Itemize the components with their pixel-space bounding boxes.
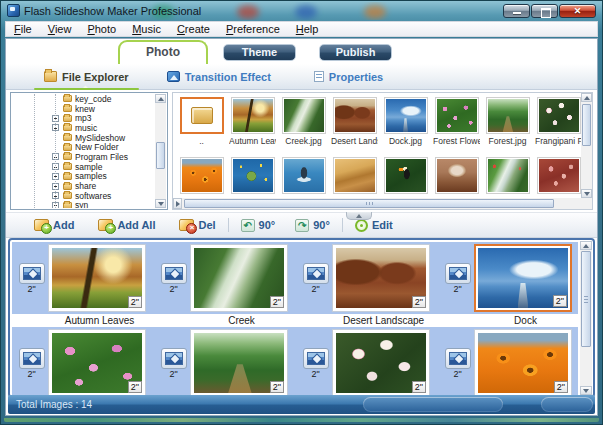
transition-button[interactable] bbox=[19, 263, 45, 284]
scrollbar-thumb[interactable] bbox=[582, 104, 591, 146]
slide-item[interactable]: 2" 2" bbox=[12, 242, 154, 314]
browser-horizontal-scrollbar[interactable] bbox=[173, 198, 581, 209]
transition-button[interactable] bbox=[303, 348, 329, 369]
slide-photo[interactable]: 2" bbox=[474, 244, 572, 312]
slide-item[interactable]: 2" 2" bbox=[154, 327, 296, 396]
photo-thumbnail[interactable]: Frangipani Flow... bbox=[535, 97, 582, 146]
tree-item[interactable]: syn bbox=[12, 201, 154, 208]
photo-thumbnail[interactable]: Dock.jpg bbox=[382, 97, 429, 146]
tree-item[interactable]: share bbox=[12, 181, 154, 191]
duration-badge: 2" bbox=[270, 381, 284, 393]
maximize-button[interactable] bbox=[531, 4, 558, 18]
tree-item[interactable]: music bbox=[12, 123, 154, 133]
transition-button[interactable] bbox=[161, 348, 187, 369]
menu-item[interactable]: Music bbox=[124, 23, 169, 35]
expand-toggle-icon[interactable] bbox=[52, 202, 59, 208]
scroll-up-button[interactable] bbox=[580, 241, 592, 250]
toolbar-button[interactable]: Add All bbox=[98, 219, 155, 231]
scroll-up-button[interactable] bbox=[581, 93, 592, 102]
browser-vertical-scrollbar[interactable] bbox=[581, 93, 592, 198]
photo-thumbnail[interactable] bbox=[280, 157, 327, 194]
scrollbar-thumb[interactable] bbox=[156, 142, 165, 169]
transition-button[interactable] bbox=[161, 263, 187, 284]
toolbar-button[interactable]: 90° bbox=[295, 219, 330, 232]
slide-photo[interactable]: 2" bbox=[48, 329, 146, 396]
tree-item[interactable]: mp3 bbox=[12, 113, 154, 123]
slide-item[interactable]: 2" 2" bbox=[438, 242, 578, 314]
menu-item[interactable]: Create bbox=[169, 23, 218, 35]
transition-button[interactable] bbox=[445, 263, 471, 284]
expand-toggle-icon[interactable] bbox=[52, 183, 59, 190]
photo-thumbnail[interactable] bbox=[433, 157, 480, 194]
photo-thumbnail[interactable] bbox=[229, 157, 276, 194]
scrollbar-thumb[interactable] bbox=[184, 199, 554, 208]
slide-photo[interactable]: 2" bbox=[332, 329, 430, 396]
splitter-handle[interactable] bbox=[346, 212, 372, 220]
tree-scrollbar[interactable] bbox=[155, 94, 166, 208]
expand-toggle-icon[interactable] bbox=[52, 192, 59, 199]
scroll-up-button[interactable] bbox=[155, 94, 166, 103]
scrollbar-thumb[interactable] bbox=[581, 251, 591, 347]
tree-item[interactable]: samples bbox=[12, 172, 154, 182]
tree-item[interactable]: softwares bbox=[12, 191, 154, 201]
scroll-right-button[interactable] bbox=[173, 198, 182, 209]
photo-thumbnail[interactable] bbox=[331, 157, 378, 194]
expand-toggle-icon[interactable] bbox=[52, 163, 59, 170]
subtab[interactable]: File Explorer bbox=[44, 71, 129, 83]
slide-photo[interactable]: 2" bbox=[332, 244, 430, 312]
toolbar-button[interactable]: 90° bbox=[241, 219, 276, 232]
menu-item[interactable]: File bbox=[6, 23, 40, 35]
scroll-down-button[interactable] bbox=[581, 189, 592, 198]
expand-toggle-icon[interactable] bbox=[52, 124, 59, 131]
thumbnail-filename: Creek.jpg bbox=[280, 136, 327, 146]
tree-item[interactable]: sample bbox=[12, 162, 154, 172]
subtab[interactable]: Transition Effect bbox=[167, 71, 276, 83]
scroll-down-button[interactable] bbox=[155, 199, 166, 208]
slide-photo[interactable]: 2" bbox=[190, 244, 288, 312]
transition-button[interactable] bbox=[445, 348, 471, 369]
tab[interactable]: Theme bbox=[223, 44, 296, 61]
toolbar-button[interactable]: Del bbox=[179, 219, 215, 231]
photo-thumbnail[interactable] bbox=[535, 157, 582, 194]
photo-thumbnail[interactable]: Creek.jpg bbox=[280, 97, 327, 146]
slide-item[interactable]: 2" 2" bbox=[154, 242, 296, 314]
menu-item[interactable]: Preference bbox=[218, 23, 288, 35]
transition-button[interactable] bbox=[19, 348, 45, 369]
photo-thumbnail[interactable]: .. bbox=[178, 97, 225, 146]
slide-photo[interactable]: 2" bbox=[474, 329, 572, 396]
menu-item[interactable]: Help bbox=[288, 23, 327, 35]
tab[interactable]: Photo bbox=[118, 40, 208, 64]
tree-item[interactable]: MySlideshow bbox=[12, 133, 154, 143]
photo-thumbnail[interactable] bbox=[484, 157, 531, 194]
photo-thumbnail[interactable] bbox=[178, 157, 225, 194]
close-button[interactable] bbox=[559, 4, 596, 18]
expand-toggle-icon[interactable] bbox=[52, 173, 59, 180]
subtab[interactable]: Properties bbox=[314, 71, 388, 83]
tree-item[interactable]: New Folder bbox=[12, 142, 154, 152]
photo-thumbnail[interactable]: Autumn Leaves.j... bbox=[229, 97, 276, 146]
tab[interactable]: Publish bbox=[319, 44, 392, 61]
photo-thumbnail[interactable]: Desert Landsca... bbox=[331, 97, 378, 146]
photo-thumbnail[interactable] bbox=[382, 157, 429, 194]
scroll-down-button[interactable] bbox=[580, 386, 592, 395]
slide-item[interactable]: 2" 2" bbox=[296, 242, 438, 314]
slide-item[interactable]: 2" 2" bbox=[438, 327, 578, 396]
transition-button[interactable] bbox=[303, 263, 329, 284]
tree-item[interactable]: knew bbox=[12, 104, 154, 114]
tree-item[interactable]: Program Files bbox=[12, 152, 154, 162]
tree-item[interactable]: key_code bbox=[12, 94, 154, 104]
expand-toggle-icon[interactable] bbox=[52, 115, 59, 122]
expand-toggle-icon[interactable] bbox=[52, 153, 59, 160]
slide-photo[interactable]: 2" bbox=[190, 329, 288, 396]
slide-item[interactable]: 2" 2" bbox=[12, 327, 154, 396]
photo-thumbnail[interactable]: Forest.jpg bbox=[484, 97, 531, 146]
toolbar-button[interactable]: Add bbox=[34, 219, 74, 231]
menu-item[interactable]: View bbox=[40, 23, 80, 35]
menu-item[interactable]: Photo bbox=[79, 23, 124, 35]
toolbar-button[interactable]: Edit bbox=[355, 219, 393, 232]
slides-scrollbar[interactable] bbox=[580, 241, 592, 395]
photo-thumbnail[interactable]: Forest Flowers.jpg bbox=[433, 97, 480, 146]
slide-photo[interactable]: 2" bbox=[48, 244, 146, 312]
minimize-button[interactable] bbox=[503, 4, 530, 18]
slide-item[interactable]: 2" 2" bbox=[296, 327, 438, 396]
